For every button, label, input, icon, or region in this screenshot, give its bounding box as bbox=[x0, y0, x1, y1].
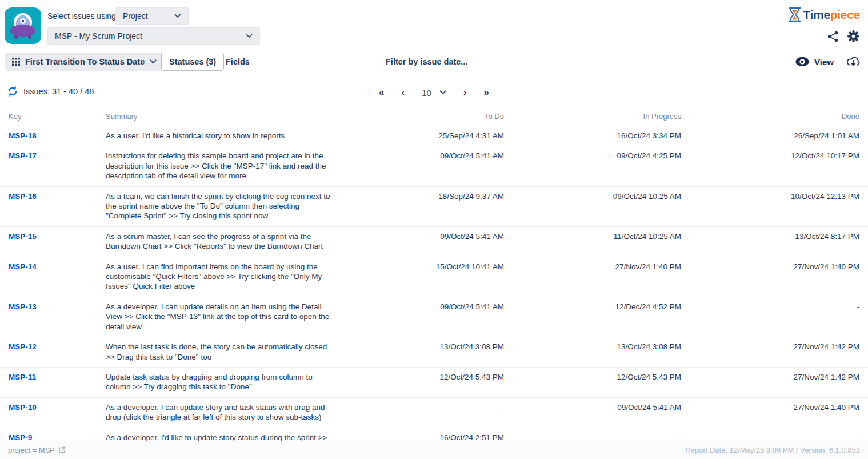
table-row: MSP-18As a user, I'd like a historical s… bbox=[0, 126, 868, 146]
statuses-button-label: Statuses (3) bbox=[169, 57, 216, 66]
todo-date: - bbox=[333, 402, 504, 412]
project-value: MSP - My Scrum Project bbox=[55, 31, 142, 41]
select-issues-label: Select issues using bbox=[47, 11, 116, 21]
page-size-dropdown[interactable]: 10 bbox=[422, 88, 446, 98]
table-row: MSP-15As a scrum master, I can see the p… bbox=[0, 227, 868, 257]
fields-button-label: Fields bbox=[226, 57, 250, 66]
issue-summary: As a scrum master, I can see the progres… bbox=[106, 232, 333, 252]
external-link-icon bbox=[58, 446, 66, 454]
issue-summary: As a user, I'd like a historical story t… bbox=[106, 131, 333, 141]
todo-date: 09/Oct/24 5:41 AM bbox=[333, 302, 504, 312]
filter-by-issue-date-label: Filter by issue date... bbox=[386, 57, 467, 66]
hourglass-icon bbox=[788, 7, 801, 22]
prev-page-button[interactable]: ‹ bbox=[401, 87, 405, 98]
issues-table: Key Summary To Do In Progress Done MSP-1… bbox=[0, 109, 868, 459]
gear-icon bbox=[846, 29, 861, 43]
alien-logo-icon bbox=[5, 7, 41, 44]
issue-summary: As a user, I can find important items on… bbox=[106, 262, 333, 292]
column-type-dropdown[interactable]: First Transition To Status Date bbox=[5, 53, 164, 71]
brand-piece-text: piece bbox=[830, 8, 860, 21]
next-page-button[interactable]: › bbox=[463, 87, 467, 98]
toolbar: First Transition To Status Date Statuses… bbox=[0, 53, 868, 71]
export-button[interactable] bbox=[846, 55, 860, 68]
table-row: MSP-12When the last task is done, the st… bbox=[0, 337, 868, 368]
issue-key-link[interactable]: MSP-15 bbox=[9, 232, 37, 241]
table-row: MSP-11Update task status by dragging and… bbox=[0, 368, 868, 398]
chevron-down-icon bbox=[174, 14, 181, 18]
done-date: - bbox=[681, 302, 859, 312]
column-header-key: Key bbox=[0, 112, 106, 121]
done-date: 10/Oct/24 12:13 PM bbox=[681, 191, 859, 201]
issue-source-value: Project bbox=[123, 11, 148, 21]
table-row: MSP-13As a developer, I can update detai… bbox=[0, 297, 868, 337]
issue-key-link[interactable]: MSP-11 bbox=[9, 373, 36, 381]
brand-wordmark: Timepiece bbox=[803, 8, 860, 22]
todo-date: 18/Sep/24 9:37 AM bbox=[333, 191, 504, 201]
eye-icon bbox=[795, 56, 810, 67]
done-date: 27/Nov/24 1:42 PM bbox=[681, 342, 859, 352]
todo-date: 09/Oct/24 5:41 AM bbox=[333, 232, 504, 241]
done-date: 12/Oct/24 10:17 PM bbox=[681, 151, 859, 161]
timepiece-report-window: Select issues using Project MSP - My Scr… bbox=[0, 0, 868, 459]
issue-key-link[interactable]: MSP-18 bbox=[9, 131, 37, 140]
todo-date: 13/Oct/24 3:08 PM bbox=[333, 342, 504, 352]
issue-key-link[interactable]: MSP-16 bbox=[9, 192, 37, 201]
view-button-label: View bbox=[814, 57, 834, 67]
filter-by-issue-date-control[interactable]: Filter by issue date... bbox=[386, 53, 467, 71]
todo-date: 12/Oct/24 5:43 PM bbox=[333, 372, 504, 382]
issue-key-link[interactable]: MSP-10 bbox=[9, 403, 37, 412]
column-header-done: Done bbox=[681, 112, 859, 121]
inprogress-date: 12/Oct/24 5:43 PM bbox=[504, 372, 681, 382]
table-header-row: Key Summary To Do In Progress Done bbox=[0, 109, 868, 126]
inprogress-date: 09/Oct/24 5:41 AM bbox=[504, 402, 681, 412]
first-page-button[interactable]: « bbox=[379, 87, 384, 98]
done-date: 13/Oct/24 8:17 PM bbox=[681, 232, 859, 241]
share-icon bbox=[827, 30, 839, 43]
issue-source-dropdown[interactable]: Project bbox=[115, 7, 189, 25]
header-divider bbox=[0, 74, 868, 74]
brand-time-text: Time bbox=[803, 8, 830, 21]
timepiece-brand: Timepiece bbox=[788, 7, 860, 22]
inprogress-date: 09/Oct/24 4:25 PM bbox=[504, 151, 681, 161]
jql-filter-display: project = MSP bbox=[8, 446, 66, 454]
pagination: « ‹ 10 › » bbox=[0, 86, 868, 99]
done-date: 27/Nov/24 1:40 PM bbox=[681, 402, 859, 412]
table-body: MSP-18As a user, I'd like a historical s… bbox=[0, 126, 868, 459]
issue-summary: When the last task is done, the story ca… bbox=[106, 342, 333, 362]
issue-summary: Update task status by dragging and dropp… bbox=[106, 372, 333, 392]
cloud-download-icon bbox=[846, 55, 860, 68]
table-row: MSP-14As a user, I can find important it… bbox=[0, 257, 868, 297]
chevron-down-icon bbox=[439, 90, 446, 95]
inprogress-date: 27/Nov/24 1:40 PM bbox=[504, 262, 681, 272]
last-page-button[interactable]: » bbox=[484, 87, 489, 98]
grid-icon bbox=[12, 58, 20, 66]
project-dropdown[interactable]: MSP - My Scrum Project bbox=[47, 27, 260, 45]
issue-summary: As a team, we can finish the sprint by c… bbox=[106, 191, 333, 221]
share-button[interactable] bbox=[827, 30, 839, 43]
issue-key-link[interactable]: MSP-17 bbox=[9, 151, 37, 160]
column-header-todo: To Do bbox=[333, 112, 504, 121]
table-row: MSP-10As a developer, I can update story… bbox=[0, 398, 868, 428]
done-date: 27/Nov/24 1:42 PM bbox=[681, 372, 859, 382]
inprogress-date: 16/Oct/24 3:34 PM bbox=[504, 131, 681, 141]
fields-button[interactable]: Fields bbox=[225, 53, 251, 71]
toolbar-right-tools: View bbox=[795, 53, 860, 71]
issue-key-link[interactable]: MSP-13 bbox=[9, 302, 37, 311]
issue-summary: Instructions for deleting this sample bo… bbox=[106, 151, 333, 181]
issue-summary: As a developer, I can update details on … bbox=[106, 302, 333, 332]
report-date-version: Report Date: 12/May/25 9:09 PM / Version… bbox=[685, 446, 860, 454]
column-header-inprogress: In Progress bbox=[504, 112, 681, 121]
view-button[interactable]: View bbox=[795, 56, 834, 67]
settings-button[interactable] bbox=[846, 29, 861, 43]
column-type-label: First Transition To Status Date bbox=[25, 57, 145, 66]
footer: project = MSP Report Date: 12/May/25 9:0… bbox=[0, 441, 868, 459]
app-logo bbox=[5, 7, 41, 44]
done-date: 26/Sep/24 1:01 AM bbox=[681, 131, 859, 141]
open-in-jira-link[interactable] bbox=[58, 446, 66, 454]
issue-summary: As a developer, I can update story and t… bbox=[106, 402, 333, 422]
issue-key-link[interactable]: MSP-14 bbox=[9, 262, 37, 271]
statuses-button[interactable]: Statuses (3) bbox=[161, 53, 224, 71]
issue-key-link[interactable]: MSP-12 bbox=[9, 342, 37, 351]
todo-date: 15/Oct/24 10:41 AM bbox=[333, 262, 504, 272]
inprogress-date: 12/Dec/24 4:52 PM bbox=[504, 302, 681, 312]
